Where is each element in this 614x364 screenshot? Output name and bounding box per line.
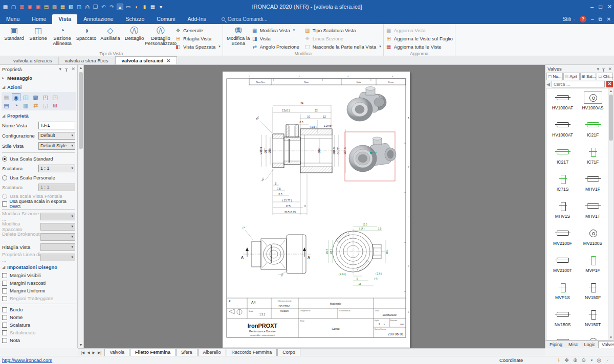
section-proprieta[interactable]: ◢ Proprietà xyxy=(0,111,77,120)
scalatura-select[interactable]: 1 : 1▾ xyxy=(38,165,75,172)
catalog-item[interactable]: MHV1T xyxy=(578,198,608,225)
catalog-item[interactable]: MVP1S xyxy=(547,279,578,306)
last-sheet-icon[interactable]: ▶| xyxy=(97,350,102,355)
dropdown-box[interactable]: ▾ xyxy=(40,233,75,241)
doc-minimize-button[interactable]: – xyxy=(591,16,594,22)
stile-vista-select[interactable]: Default Style▾ xyxy=(38,142,75,150)
catalog-search-input[interactable]: Cerca ... xyxy=(552,81,605,87)
label-option-checkbox[interactable]: Nota xyxy=(0,336,77,344)
catalog-back-icon[interactable]: ◀ xyxy=(546,82,550,87)
nasconde-parte-button[interactable]: ⬚ Nasconde la Parte nella Vista▾ xyxy=(304,42,381,51)
ribbon-tab[interactable]: Comuni xyxy=(150,14,181,24)
tipo-scalatura-vista-button[interactable]: ▨ Tipo Scalatura Vista xyxy=(304,26,381,34)
section-messaggio[interactable]: ▸ Messaggio xyxy=(0,73,77,82)
catalog-item[interactable]: HV1000AF xyxy=(547,89,578,117)
azioni-swap-icon[interactable]: ⇄ xyxy=(31,101,40,109)
section-view-detail[interactable]: 15.0 ( 14 ) 1.5 Ø9.5 Ø8.7 Ø11 ( 2.04 ) 9… xyxy=(326,223,388,286)
catalog-tab[interactable]: Logic xyxy=(581,342,599,348)
dropdown-box[interactable]: ▾ xyxy=(40,213,75,220)
catalog-tab[interactable]: Misc xyxy=(565,342,581,348)
drawing-sheet[interactable]: 1 2 3 4 A B C D E xyxy=(223,72,410,348)
label-option-checkbox[interactable]: Scalatura xyxy=(0,321,77,329)
stili-dropdown[interactable]: Stili ▾ xyxy=(562,16,575,22)
azioni-rotate-right-icon[interactable]: ◳ xyxy=(51,93,59,101)
catalog-clear-search-icon[interactable]: ✕ xyxy=(606,81,613,87)
zoom-in-icon[interactable]: ⊕ xyxy=(573,357,577,363)
scrollbar-thumb[interactable] xyxy=(609,95,613,141)
doc-close-button[interactable]: ✕ xyxy=(607,16,611,22)
configurazione-select[interactable]: Default▾ xyxy=(38,132,75,140)
catalog-close-icon[interactable]: ✕ xyxy=(608,66,612,72)
catalog-item[interactable]: IC71S xyxy=(547,171,578,198)
catalog-item[interactable]: HV1000AT xyxy=(547,117,578,144)
catalog-item[interactable]: NV150T xyxy=(578,306,608,333)
catalog-item[interactable]: MHV1F xyxy=(578,171,608,198)
sheet-tab[interactable]: Sfera xyxy=(176,349,198,356)
azioni-sphere-icon[interactable]: ◔ xyxy=(12,101,20,109)
modifica-vista-button[interactable]: ▦ Modifica Vista▾ xyxy=(252,26,299,34)
ribbon-tab[interactable]: Menu xyxy=(0,14,26,24)
iso-view-top[interactable] xyxy=(347,87,386,122)
minimize-button[interactable]: – xyxy=(590,4,594,10)
catalog-tab[interactable]: Valves xyxy=(598,341,614,348)
dettaglio-personalizzato-button[interactable]: Ⓐ Dettaglio Personalizzato xyxy=(146,25,175,47)
side-view-aa[interactable]: A A 7.5 45° xyxy=(241,226,311,277)
drawing-option-checkbox[interactable]: Margini Nascosti xyxy=(0,279,77,287)
property-dropdown-row[interactable]: Delete Brokenout ... ▾ xyxy=(0,232,77,242)
catalog-item[interactable]: NV150S xyxy=(547,306,578,333)
zoom-dropdown-icon[interactable]: ▾ xyxy=(591,358,593,362)
azioni-columns-icon[interactable]: ▥ xyxy=(21,101,30,109)
catalog-item[interactable]: IC21F xyxy=(578,117,608,144)
section-azioni[interactable]: ◢ Azioni xyxy=(0,82,77,92)
document-tab[interactable]: valvola a sfera.ics ✕ xyxy=(7,57,59,64)
ribbon-tab[interactable]: Schizzo xyxy=(120,14,151,24)
drawing-option-checkbox[interactable]: Regioni Tratteggiate xyxy=(0,294,77,302)
drawing-option-checkbox[interactable]: Margini Visibili xyxy=(0,271,77,279)
property-dropdown-row[interactable]: Proprietà Linea di ... ▾ xyxy=(0,252,77,262)
tab-close-icon[interactable]: ✕ xyxy=(166,58,170,63)
esporta-dwg-checkbox[interactable]: Usa questa scala in esporta DWG xyxy=(0,200,77,208)
drawing-option-checkbox[interactable]: Margini Uniformi xyxy=(0,287,77,294)
catalog-pin-icon[interactable]: ┰ xyxy=(602,66,605,72)
azioni-box-icon[interactable]: ▤ xyxy=(2,101,11,109)
coordinate-axes-icon[interactable]: ⊦ xyxy=(558,357,560,363)
label-option-checkbox[interactable]: Nome xyxy=(0,313,77,321)
sheet-tab[interactable]: Filetto Femmina xyxy=(130,349,176,356)
angolo-proiezione-button[interactable]: ⇄ Angolo Proiezione xyxy=(252,42,299,51)
ribbon-tab[interactable]: Home xyxy=(26,14,52,24)
catalog-item[interactable]: PLV4001S xyxy=(578,333,608,340)
drawing-svg[interactable]: 1 2 3 4 A B C D E xyxy=(223,72,410,348)
catalog-item[interactable]: NV150F xyxy=(578,279,608,306)
next-sheet-icon[interactable]: ▶ xyxy=(92,350,96,355)
azioni-rotate-left-icon[interactable]: ◰ xyxy=(41,93,50,101)
maximize-button[interactable]: □ xyxy=(599,4,602,10)
generale-button[interactable]: ❖ Generale xyxy=(175,26,221,34)
catalog-item[interactable]: IC21T xyxy=(547,144,578,171)
aggiorna-tutte-button[interactable]: ▦ Aggiorna tutte le Viste xyxy=(386,42,453,51)
document-tab[interactable]: valvola a sfera.icd ✕ xyxy=(115,56,177,64)
doc-restore-button[interactable]: ⧉ xyxy=(598,16,602,22)
modifica-la-scena-button[interactable]: ⛃ Modifica la Scena xyxy=(225,25,252,47)
scroll-down-icon[interactable]: ▼ xyxy=(608,335,613,340)
catalog-save-button[interactable]: ▣ Sal... xyxy=(580,73,597,80)
azioni-clock-icon[interactable]: ◫ xyxy=(21,93,30,101)
help-icon[interactable]: ? xyxy=(580,16,586,22)
azioni-delete-icon[interactable]: ⊠ xyxy=(51,101,59,109)
first-sheet-icon[interactable]: |◀ xyxy=(80,350,85,355)
close-button[interactable]: ✕ xyxy=(607,4,612,10)
ribbon-tab[interactable]: Add-Ins xyxy=(182,14,212,24)
usa-scala-personale-radio[interactable]: Usa Scala Personale xyxy=(0,173,77,182)
ritaglia-vista-button[interactable]: ⊞ Ritaglia Vista xyxy=(175,34,221,42)
section-impostazioni[interactable]: ◢ Impostazioni Disegno xyxy=(0,262,77,271)
catalog-item[interactable]: IC71F xyxy=(578,144,608,171)
catalog-dropdown-icon[interactable]: ▾ xyxy=(597,66,600,72)
catalog-item[interactable]: MVP1F xyxy=(578,252,608,279)
scroll-up-icon[interactable]: ▲ xyxy=(78,65,84,71)
vista-spezzata-button[interactable]: ◧ Vista Spezzata▾ xyxy=(175,42,221,51)
property-dropdown-row[interactable]: Ritaglia Vista ▾ xyxy=(0,242,77,252)
catalog-item[interactable]: MV2100F xyxy=(547,225,578,252)
dettaglio-button[interactable]: Ⓐ Dettaglio xyxy=(122,25,146,42)
iso-view-selected[interactable] xyxy=(345,132,396,181)
sezione-allineata-button[interactable]: ◔ Sezione Allineata xyxy=(50,25,74,47)
sheet-tab[interactable]: Valvola xyxy=(104,349,129,356)
